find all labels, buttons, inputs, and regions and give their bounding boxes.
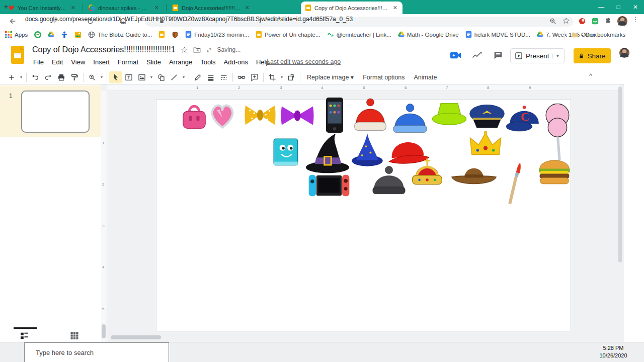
tab-close-icon[interactable]: ✕ <box>392 5 398 11</box>
star-icon[interactable] <box>181 46 188 54</box>
extensions-puzzle-icon[interactable] <box>605 18 612 25</box>
menu-insert[interactable]: Insert <box>89 57 114 67</box>
account-avatar[interactable] <box>619 47 630 58</box>
image-tool[interactable] <box>135 71 148 83</box>
browser-tab-3[interactable]: Dojo Accessories!!!!!!!!!!!!!!!!!!!!!✕ <box>168 2 255 14</box>
dashlines-tool[interactable] <box>217 71 230 83</box>
taskbar-search[interactable]: Type here to search <box>24 342 169 362</box>
dropdown-caret-icon[interactable]: ▾ <box>148 71 154 83</box>
bookmark-item-7[interactable] <box>158 31 165 38</box>
zoomtool-tool[interactable] <box>86 71 99 83</box>
tab-close-icon[interactable]: ✕ <box>153 5 160 11</box>
menu-arrange[interactable]: Arrange <box>165 57 196 67</box>
reload-button[interactable] <box>85 16 96 27</box>
meet-camera-icon[interactable] <box>450 51 461 59</box>
redo-tool[interactable] <box>42 71 55 83</box>
bookmark-item-13[interactable]: hclark MDVE STUD... <box>465 31 530 38</box>
forward-button[interactable] <box>48 16 59 27</box>
format-options-button[interactable]: Format options <box>358 72 409 82</box>
doc-title[interactable]: Copy of Dojo Accessories!!!!!!!!!!!!!!!!… <box>32 45 176 54</box>
last-edit-link[interactable]: Last edit was seconds ago <box>267 58 341 65</box>
add-tool[interactable] <box>5 71 18 83</box>
filmstrip-scrollbar[interactable] <box>102 324 106 338</box>
bookmark-item-5[interactable] <box>74 31 82 38</box>
home-button[interactable] <box>118 16 129 27</box>
comments-icon[interactable] <box>494 51 503 59</box>
bookmark-item-10[interactable]: Power of Un chapte... <box>256 31 320 38</box>
filmstrip-view-toggle[interactable] <box>20 332 29 339</box>
dropdown-caret-icon[interactable]: ▾ <box>181 71 187 83</box>
dropdown-caret-icon[interactable]: ▾ <box>279 71 285 83</box>
menu-tools[interactable]: Tools <box>196 57 219 67</box>
tab-close-icon[interactable]: ✕ <box>70 5 76 11</box>
replace-image-button[interactable]: Replace image ▾ <box>302 72 358 82</box>
menu-file[interactable]: File <box>29 57 48 67</box>
bookmark-item-12[interactable]: Math - Google Drive <box>398 31 459 38</box>
commentplus-tool[interactable] <box>248 71 261 83</box>
tab-close-icon[interactable]: ✕ <box>244 5 251 11</box>
undo-tool[interactable] <box>29 71 42 83</box>
line-tool[interactable] <box>168 71 181 83</box>
browser-profile-avatar[interactable] <box>617 16 628 27</box>
extension-bitmoji-icon[interactable] <box>592 18 599 25</box>
present-button[interactable]: Present▼ <box>510 48 565 63</box>
maximize-button[interactable]: □ <box>610 0 627 14</box>
share-button[interactable]: Share <box>574 48 611 63</box>
browser-tab-4[interactable]: Copy of Dojo Accessories!!!!!!!!!!✕ <box>301 2 403 14</box>
grid-view-toggle[interactable] <box>70 332 78 339</box>
present-dropdown-caret[interactable]: ▼ <box>552 54 563 58</box>
slide-thumbnail-selected[interactable]: 1 <box>0 85 101 137</box>
bookmark-item-9[interactable]: Friday10/23 mornin... <box>185 31 249 38</box>
url-text[interactable]: docs.google.com/presentation/d/1Dj_WEJpE… <box>25 16 353 23</box>
lines3-tool[interactable] <box>204 71 217 83</box>
zoom-page-icon[interactable] <box>549 18 556 25</box>
bookmark-item-6[interactable]: The Blobz Guide to... <box>88 31 152 38</box>
move-folder-icon[interactable] <box>193 46 201 54</box>
bookmarks-overflow-chevron[interactable]: » <box>554 31 558 38</box>
taskbar-clock[interactable]: 5:28 PM 10/26/2020 <box>598 344 629 359</box>
crop-tool[interactable] <box>266 71 279 83</box>
canvas-horizontal-scrollbar[interactable] <box>111 335 161 339</box>
pen-tool[interactable] <box>191 71 204 83</box>
back-button[interactable] <box>7 16 18 27</box>
browser-tab-1[interactable]: You Can Instantly Message The P✕ <box>4 2 80 14</box>
rotatebox-tool[interactable] <box>285 71 298 83</box>
bookmark-item-3[interactable] <box>48 31 54 38</box>
start-button[interactable] <box>0 342 24 362</box>
minimize-button[interactable]: — <box>593 0 610 14</box>
menu-addons[interactable]: Add-ons <box>220 57 252 67</box>
ruler-number: 2 <box>238 85 240 90</box>
bookmark-item-4[interactable] <box>61 31 68 38</box>
link-tool[interactable] <box>235 71 248 83</box>
bookmark-item-8[interactable] <box>172 31 179 38</box>
slides-logo[interactable] <box>11 46 24 64</box>
roller-tool[interactable] <box>68 71 81 83</box>
menu-edit[interactable]: Edit <box>48 57 67 67</box>
dropdown-caret-icon[interactable]: ▾ <box>18 71 24 83</box>
activity-spark-icon[interactable] <box>472 51 482 59</box>
bookmark-star-icon[interactable] <box>562 17 570 25</box>
slide-thumbnail[interactable] <box>21 90 90 133</box>
toolbar-collapse-chevron[interactable]: ^ <box>585 72 597 82</box>
extension-red-icon[interactable] <box>579 18 586 25</box>
other-bookmarks-button[interactable]: Other bookmarks <box>572 31 625 38</box>
textbox-tool[interactable] <box>122 71 135 83</box>
bookmark-item-2[interactable] <box>34 31 41 38</box>
bookmark-item-11[interactable]: @erinteacher | Link... <box>327 31 391 38</box>
close-button[interactable]: ✕ <box>627 0 644 14</box>
shape-tool[interactable] <box>154 71 168 83</box>
bookmark-item-1[interactable]: Apps <box>5 31 28 38</box>
ruler-number: 8 <box>487 85 489 90</box>
canvas-vertical-scrollbar[interactable] <box>618 86 622 262</box>
browser-menu-kebab-icon[interactable]: ⋮ <box>632 16 639 23</box>
browser-tab-2[interactable]: dinosaur spikes - Google Search✕ <box>85 2 164 14</box>
animate-button[interactable]: Animate <box>410 72 442 82</box>
slide-canvas[interactable] <box>156 99 571 331</box>
menu-format[interactable]: Format <box>114 57 142 67</box>
cursor-tool[interactable] <box>109 71 122 83</box>
docs-icon <box>185 31 192 38</box>
dropdown-caret-icon[interactable]: ▾ <box>99 71 105 83</box>
menu-view[interactable]: View <box>67 57 89 67</box>
menu-slide[interactable]: Slide <box>142 57 165 67</box>
print-tool[interactable] <box>55 71 68 83</box>
